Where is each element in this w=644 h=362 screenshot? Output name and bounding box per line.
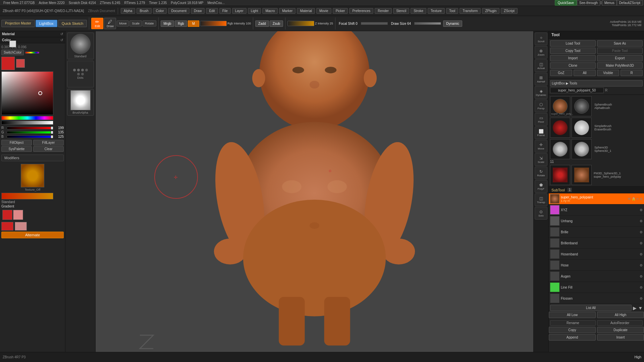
r-slider[interactable] (7, 127, 51, 129)
goz-button[interactable]: GoZ (550, 70, 572, 76)
sphere3d-thumb[interactable] (550, 139, 570, 159)
rgb-button[interactable]: Rgb (175, 20, 187, 27)
brush-alpha-item[interactable]: BrushAlpha (67, 89, 94, 116)
pm3d-thumb[interactable] (550, 165, 570, 185)
list-arrow-down[interactable]: ▼ (638, 305, 643, 311)
grad-swatch-1[interactable] (2, 210, 12, 220)
subtool-hose[interactable]: Hose ⚙ (549, 260, 644, 271)
persp-button[interactable]: ⬡ Persp (535, 100, 547, 112)
brightness-bar[interactable] (1, 121, 53, 125)
menu-material[interactable]: Material (297, 8, 315, 14)
move-view-button[interactable]: ✛ Move (535, 140, 547, 153)
actual-button[interactable]: ◫ Actual (535, 59, 547, 72)
see-through-button[interactable]: See-through (577, 0, 600, 6)
fill-layer-button[interactable]: FillLayer (33, 140, 64, 145)
zadd-button[interactable]: Zadd (255, 20, 269, 27)
rotate-button[interactable]: Rotate (143, 20, 156, 26)
dynamic-view-button[interactable]: ◈ Dynamic (535, 86, 547, 99)
rename-button[interactable]: Rename (550, 320, 596, 326)
duplicate-button[interactable]: Duplicate (597, 327, 644, 333)
switch-color-button[interactable]: SwitchColor (1, 50, 24, 55)
dynamic-button[interactable]: Dynamic (443, 20, 462, 27)
secondary-color-swatch[interactable] (16, 59, 25, 68)
clear-button[interactable]: Clear (33, 146, 64, 152)
scale-view-button[interactable]: ⇲ Scale (535, 153, 547, 166)
lightbox-button[interactable]: LightBox (36, 20, 57, 27)
menu-picker[interactable]: Picker (333, 8, 348, 14)
gradient-button[interactable] (25, 52, 39, 54)
menu-movie[interactable]: Movie (316, 8, 331, 14)
draw-size-bar[interactable] (414, 22, 441, 25)
switch-color-1[interactable] (1, 222, 13, 231)
insert-button[interactable]: Insert (597, 334, 644, 341)
alternate-button[interactable]: Alternate (1, 232, 64, 238)
all-high-button[interactable]: All High (597, 312, 644, 318)
color-picker-gradient[interactable] (1, 71, 53, 115)
subtool-icon-flossen[interactable]: ⚙ (640, 297, 643, 300)
solo-button[interactable]: ⊙ Solo (535, 207, 547, 220)
document-tab[interactable]: ZBrush Document (88, 9, 115, 13)
dots-brush-item[interactable]: Dots (67, 61, 94, 87)
menu-light[interactable]: Light (248, 8, 261, 14)
g-slider-thumb[interactable] (51, 131, 53, 134)
copy-subtool-button[interactable]: Copy (549, 327, 596, 333)
copy-tool-button[interactable]: Copy Tool (550, 48, 596, 54)
subtool-settings-icon-1[interactable]: ⚙ (640, 197, 643, 201)
menu-marker[interactable]: Marker (279, 8, 296, 14)
make-polymesh-button[interactable]: Make PolyMesh3D (597, 62, 643, 69)
menu-brush[interactable]: Brush (137, 8, 151, 14)
subtool-icon-brille[interactable]: ⚙ (640, 230, 643, 234)
subtool-unhang[interactable]: Unhang ⚙ (549, 216, 644, 227)
lightbox-tools-button[interactable]: LightBox ▶ Tools (550, 80, 643, 86)
quicksave-button[interactable]: QuickSave (555, 0, 577, 6)
brush-name-input[interactable] (550, 87, 604, 93)
menu-tool[interactable]: Tool (446, 8, 458, 14)
menu-macro[interactable]: Macro (262, 8, 278, 14)
default-zscript-button[interactable]: DefaultZScript (617, 0, 643, 6)
menu-render[interactable]: Render (375, 8, 392, 14)
subtool-num[interactable]: 1 (568, 188, 572, 192)
material-reset-icon[interactable]: ↺ (60, 32, 63, 36)
menu-alpha[interactable]: Alpha (121, 8, 136, 14)
menu-document[interactable]: Document (168, 8, 190, 14)
brush-thumb-1[interactable]: super_hero_poly... (550, 96, 570, 116)
subtool-edit-icon-1[interactable]: ✏ (636, 197, 639, 201)
all-low-button[interactable]: All Low (549, 312, 596, 318)
modifiers-button[interactable]: Modifiers (1, 155, 64, 161)
subtool-brille[interactable]: Brille ⚙ (549, 227, 644, 238)
scroll-button[interactable]: ⟐ Scroll (535, 33, 547, 45)
export-button[interactable]: Export (597, 55, 643, 61)
subtool-xyz[interactable]: XYZ ⚙ (549, 204, 644, 216)
menu-color[interactable]: Color (153, 8, 167, 14)
g-slider[interactable] (7, 131, 51, 134)
main-color-swatch[interactable] (1, 57, 15, 70)
subtool-flossen[interactable]: Flossen ⚙ (549, 293, 644, 304)
subtool-item-1[interactable]: super_hero_polypaint 1 Ay m 👁 🔒 ✏ ⚙ (549, 193, 644, 204)
list-arrow-right[interactable]: ▶ (633, 305, 637, 311)
scale-button[interactable]: Scale (129, 20, 142, 26)
projection-master-button[interactable]: Projection Master (1, 20, 35, 27)
sphere3d1-thumb[interactable] (572, 139, 592, 159)
menu-texture[interactable]: Texture (428, 8, 445, 14)
r-slider-thumb[interactable] (51, 127, 53, 129)
subtool-brillenband[interactable]: Brillenband ⚙ (549, 238, 644, 249)
canvas-area[interactable]: ✛ (96, 31, 533, 352)
zoom-button[interactable]: ⊕ Zoom (535, 46, 547, 59)
b-slider-thumb[interactable] (51, 135, 53, 138)
secondary-color-inner[interactable] (9, 41, 16, 47)
zsub-button[interactable]: Zsub (270, 20, 283, 27)
visible-button[interactable]: Visible (597, 70, 619, 76)
menu-edit[interactable]: Edit (206, 8, 218, 14)
menu-stencil[interactable]: Stencil (393, 8, 409, 14)
menu-stroke[interactable]: Stroke (411, 8, 426, 14)
fill-object-button[interactable]: FillObject (1, 140, 32, 145)
sys-palette-button[interactable]: SysPalette (1, 146, 32, 152)
super-hero-thumb[interactable] (572, 165, 592, 185)
menu-preferences[interactable]: Preferences (349, 8, 373, 14)
switch-color-2[interactable] (15, 222, 27, 231)
transp-button[interactable]: ◫ Transp (535, 193, 547, 206)
subtool-icon-augen[interactable]: ⚙ (640, 275, 643, 278)
subtool-eye-icon-1[interactable]: 👁 (628, 197, 631, 201)
subtool-hosenband[interactable]: Hosenband ⚙ (549, 249, 644, 260)
save-as-button[interactable]: Save As (597, 40, 643, 47)
